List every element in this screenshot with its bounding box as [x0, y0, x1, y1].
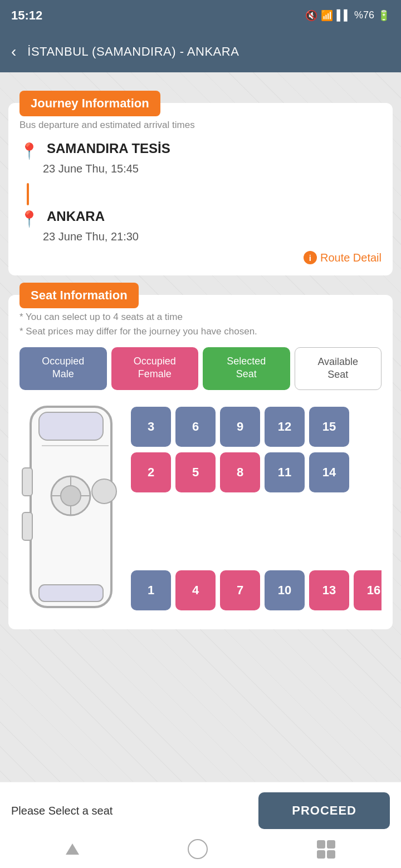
bus-outline [19, 401, 131, 618]
signal-icon: ▌▌ [336, 9, 351, 21]
origin-name: SAMANDIRA TESİS [47, 141, 170, 156]
route-detail-row: i Route Detail [19, 251, 382, 264]
seat-card: Seat Information * You can select up to … [8, 295, 393, 629]
legend-occupied-male: OccupiedMale [19, 347, 107, 390]
svg-point-11 [92, 479, 116, 504]
nav-back-icon[interactable] [66, 844, 79, 855]
seat-1[interactable]: 1 [131, 570, 171, 610]
seat-row-bottom: 1 4 7 10 13 16 [131, 570, 382, 610]
destination-stop: 📍 ANKARA [19, 209, 382, 228]
seat-14[interactable]: 14 [309, 452, 349, 492]
bus-seat-area: 3 6 9 12 15 2 5 8 11 14 1 [19, 401, 382, 618]
status-bar: 15:12 🔇 📶 ▌▌ %76 🔋 [0, 0, 401, 31]
app-header: ‹ İSTANBUL (SAMANDIRA) - ANKARA [0, 31, 401, 72]
seat-7[interactable]: 7 [220, 570, 260, 610]
nav-home-icon[interactable] [188, 839, 208, 859]
seat-9[interactable]: 9 [220, 407, 260, 447]
route-line [27, 183, 29, 205]
seat-8[interactable]: 8 [220, 452, 260, 492]
back-button[interactable]: ‹ [11, 43, 16, 61]
seat-12[interactable]: 12 [265, 407, 305, 447]
seat-4[interactable]: 4 [175, 570, 216, 610]
seat-5[interactable]: 5 [175, 452, 216, 492]
status-time: 15:12 [11, 8, 42, 23]
bottom-nav [0, 835, 401, 868]
bus-diagram [19, 401, 123, 613]
seat-15[interactable]: 15 [309, 407, 349, 447]
svg-rect-2 [22, 468, 32, 496]
seat-16[interactable]: 16 [354, 570, 382, 610]
seat-row-middle: 2 5 8 11 14 [131, 452, 382, 492]
wifi-icon: 📶 [321, 9, 333, 22]
legend-available-seat: AvailableSeat [295, 347, 382, 390]
info-icon: i [304, 251, 317, 264]
legend-occupied-female: OccupiedFemale [111, 347, 199, 390]
seat-row-top: 3 6 9 12 15 [131, 407, 382, 447]
seat-note2: * Seat prices may differ for the journey… [19, 326, 382, 337]
mute-icon: 🔇 [305, 9, 317, 22]
origin-stop: 📍 SAMANDIRA TESİS [19, 141, 382, 160]
destination-time: 23 June Thu, 21:30 [43, 230, 382, 243]
seat-10[interactable]: 10 [265, 570, 305, 610]
route-detail-link[interactable]: i Route Detail [304, 251, 382, 264]
battery-icon: 🔋 [378, 9, 390, 22]
seat-badge: Seat Information [19, 283, 139, 308]
seat-legend: OccupiedMale OccupiedFemale SelectedSeat… [19, 347, 382, 390]
seats-container: 3 6 9 12 15 2 5 8 11 14 1 [131, 401, 382, 618]
destination-name: ANKARA [47, 209, 105, 224]
please-select-text: Please Select a seat [11, 805, 113, 817]
seat-6[interactable]: 6 [175, 407, 216, 447]
proceed-row: Please Select a seat PROCEED [0, 782, 401, 835]
origin-pin-icon: 📍 [19, 142, 39, 160]
journey-badge: Journey Information [19, 91, 160, 116]
header-title: İSTANBUL (SAMANDIRA) - ANKARA [27, 45, 239, 59]
status-icons: 🔇 📶 ▌▌ %76 🔋 [305, 9, 390, 22]
journey-subtitle: Bus departure and estimated arrival time… [19, 120, 382, 131]
svg-rect-1 [39, 412, 103, 440]
main-content: Journey Information Bus departure and es… [0, 72, 401, 868]
svg-point-6 [61, 486, 81, 506]
seat-3[interactable]: 3 [131, 407, 171, 447]
driver-spacer [131, 498, 382, 565]
svg-rect-3 [22, 512, 32, 540]
svg-rect-12 [39, 585, 103, 601]
proceed-button[interactable]: PROCEED [258, 792, 390, 829]
legend-selected-seat: SelectedSeat [203, 347, 290, 390]
seat-note1: * You can select up to 4 seats at a time [19, 312, 382, 323]
bottom-fixed-bar: Please Select a seat PROCEED [0, 782, 401, 868]
seat-11[interactable]: 11 [265, 452, 305, 492]
seat-2[interactable]: 2 [131, 452, 171, 492]
seat-13[interactable]: 13 [309, 570, 349, 610]
battery-percent: %76 [354, 9, 374, 21]
nav-recents-icon[interactable] [317, 840, 335, 859]
journey-card: Journey Information Bus departure and es… [8, 103, 393, 275]
origin-time: 23 June Thu, 15:45 [43, 162, 382, 175]
destination-pin-icon: 📍 [19, 210, 39, 228]
route-detail-label: Route Detail [320, 251, 382, 264]
